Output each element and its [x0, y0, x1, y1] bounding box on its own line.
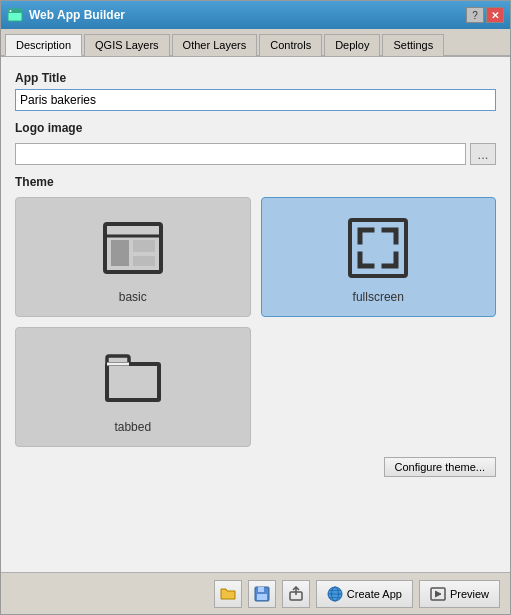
tab-qgis-layers[interactable]: QGIS Layers — [84, 34, 170, 56]
svg-point-2 — [10, 10, 12, 12]
logo-row: ... — [15, 143, 496, 165]
svg-rect-5 — [111, 240, 129, 266]
svg-rect-10 — [107, 364, 159, 400]
preview-label: Preview — [450, 588, 489, 600]
preview-button[interactable]: Preview — [419, 580, 500, 608]
app-title-input[interactable] — [15, 89, 496, 111]
tabbed-theme-icon — [101, 346, 165, 410]
fullscreen-theme-icon — [346, 216, 410, 280]
tab-controls[interactable]: Controls — [259, 34, 322, 56]
close-button[interactable]: ✕ — [486, 7, 504, 23]
window-controls: ? ✕ — [466, 7, 504, 23]
theme-card-tabbed[interactable]: tabbed — [15, 327, 251, 447]
folder-icon — [220, 587, 236, 601]
basic-theme-label: basic — [119, 290, 147, 304]
tabbed-theme-label: tabbed — [114, 420, 151, 434]
help-button[interactable]: ? — [466, 7, 484, 23]
configure-row: Configure theme... — [15, 457, 496, 477]
tab-deploy[interactable]: Deploy — [324, 34, 380, 56]
save-button[interactable] — [248, 580, 276, 608]
export-button[interactable] — [282, 580, 310, 608]
browse-button[interactable]: ... — [470, 143, 496, 165]
svg-rect-6 — [133, 240, 155, 252]
svg-rect-14 — [257, 594, 267, 600]
tab-bar: Description QGIS Layers Other Layers Con… — [1, 29, 510, 57]
main-window: Web App Builder ? ✕ Description QGIS Lay… — [0, 0, 511, 615]
logo-image-label: Logo image — [15, 121, 496, 135]
logo-input[interactable] — [15, 143, 466, 165]
app-title-label: App Title — [15, 71, 496, 85]
theme-grid: basic fullscreen — [15, 197, 496, 447]
svg-rect-7 — [133, 256, 155, 266]
preview-icon — [430, 586, 446, 602]
create-app-button[interactable]: Create App — [316, 580, 413, 608]
tab-settings[interactable]: Settings — [382, 34, 444, 56]
create-app-label: Create App — [347, 588, 402, 600]
content-area: App Title Logo image ... Theme basic — [1, 57, 510, 572]
title-bar: Web App Builder ? ✕ — [1, 1, 510, 29]
svg-rect-13 — [258, 587, 264, 592]
export-icon — [288, 586, 304, 602]
theme-card-fullscreen[interactable]: fullscreen — [261, 197, 497, 317]
tab-other-layers[interactable]: Other Layers — [172, 34, 258, 56]
fullscreen-theme-label: fullscreen — [353, 290, 404, 304]
globe-icon — [327, 586, 343, 602]
tab-description[interactable]: Description — [5, 34, 82, 56]
configure-theme-button[interactable]: Configure theme... — [384, 457, 497, 477]
theme-card-basic[interactable]: basic — [15, 197, 251, 317]
basic-theme-icon — [101, 216, 165, 280]
app-icon — [7, 7, 23, 23]
window-title: Web App Builder — [29, 8, 460, 22]
open-button[interactable] — [214, 580, 242, 608]
theme-label: Theme — [15, 175, 496, 189]
save-icon — [254, 586, 270, 602]
bottom-bar: Create App Preview — [1, 572, 510, 614]
